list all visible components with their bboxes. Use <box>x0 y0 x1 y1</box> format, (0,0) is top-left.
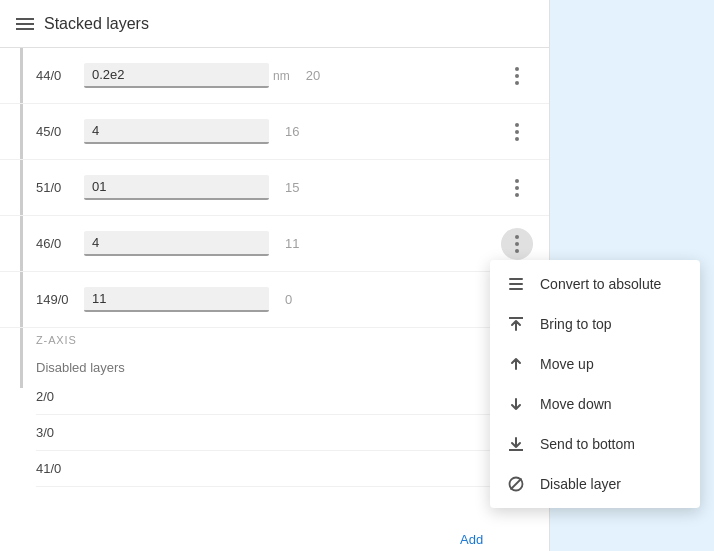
layer-row: 44/0 nm 20 <box>0 48 549 104</box>
menu-item-convert-to-absolute[interactable]: Convert to absolute <box>490 264 700 304</box>
menu-item-label: Bring to top <box>540 316 612 332</box>
three-dots-icon <box>515 123 519 141</box>
move-down-icon <box>506 394 526 414</box>
menu-item-send-to-bottom[interactable]: Send to bottom <box>490 424 700 464</box>
z-axis-label: Z-AXIS <box>0 328 549 352</box>
svg-line-6 <box>511 479 522 490</box>
three-dots-icon <box>515 67 519 85</box>
layer-id: 51/0 <box>36 180 84 195</box>
three-dots-icon <box>515 179 519 197</box>
layer-id: 45/0 <box>36 124 84 139</box>
layer-row: 45/0 16 <box>0 104 549 160</box>
layer-value-input[interactable] <box>84 231 269 256</box>
bring-top-icon <box>506 314 526 334</box>
svg-rect-2 <box>509 288 523 290</box>
disabled-item: 3/0 <box>36 415 533 451</box>
disabled-item: 41/0 <box>36 451 533 487</box>
more-options-button[interactable] <box>501 116 533 148</box>
page-title: Stacked layers <box>44 15 149 33</box>
svg-rect-1 <box>509 283 523 285</box>
menu-item-move-down[interactable]: Move down <box>490 384 700 424</box>
layer-id: 44/0 <box>36 68 84 83</box>
layer-value-input[interactable] <box>84 175 269 200</box>
context-menu: Convert to absolute Bring to top Move up… <box>490 260 700 508</box>
menu-item-bring-to-top[interactable]: Bring to top <box>490 304 700 344</box>
disabled-item: 2/0 <box>36 379 533 415</box>
three-dots-icon <box>515 235 519 253</box>
menu-item-label: Send to bottom <box>540 436 635 452</box>
layer-value-input[interactable] <box>84 119 269 144</box>
menu-item-label: Move down <box>540 396 612 412</box>
menu-item-label: Disable layer <box>540 476 621 492</box>
send-bottom-icon <box>506 434 526 454</box>
layer-id: 149/0 <box>36 292 84 307</box>
layer-value-input[interactable] <box>84 63 269 88</box>
menu-icon <box>16 18 34 30</box>
unit-label: nm <box>273 69 290 83</box>
main-panel: Stacked layers 44/0 nm 20 45/0 16 <box>0 0 550 551</box>
layer-secondary: 15 <box>269 180 501 195</box>
layer-value-input[interactable] <box>84 287 269 312</box>
menu-item-move-up[interactable]: Move up <box>490 344 700 384</box>
layer-row: 51/0 15 <box>0 160 549 216</box>
header: Stacked layers <box>0 0 549 48</box>
disabled-label: Disabled layers <box>36 360 533 375</box>
more-options-button-active[interactable] <box>501 228 533 260</box>
layer-row: 149/0 0 <box>0 272 549 328</box>
list-icon <box>506 274 526 294</box>
layer-secondary: 20 <box>290 68 501 83</box>
layer-secondary: 16 <box>269 124 501 139</box>
layers-container: 44/0 nm 20 45/0 16 51/0 1 <box>0 48 549 328</box>
svg-rect-0 <box>509 278 523 280</box>
add-button[interactable]: Add <box>460 532 483 547</box>
layer-secondary: 0 <box>269 292 501 307</box>
disabled-section: Disabled layers 2/0 3/0 41/0 <box>0 352 549 491</box>
menu-item-label: Convert to absolute <box>540 276 661 292</box>
layer-row: 46/0 11 <box>0 216 549 272</box>
menu-item-disable-layer[interactable]: Disable layer <box>490 464 700 504</box>
menu-item-label: Move up <box>540 356 594 372</box>
layer-id: 46/0 <box>36 236 84 251</box>
more-options-button[interactable] <box>501 172 533 204</box>
disable-icon <box>506 474 526 494</box>
more-options-button[interactable] <box>501 60 533 92</box>
move-up-icon <box>506 354 526 374</box>
layer-secondary: 11 <box>269 236 501 251</box>
